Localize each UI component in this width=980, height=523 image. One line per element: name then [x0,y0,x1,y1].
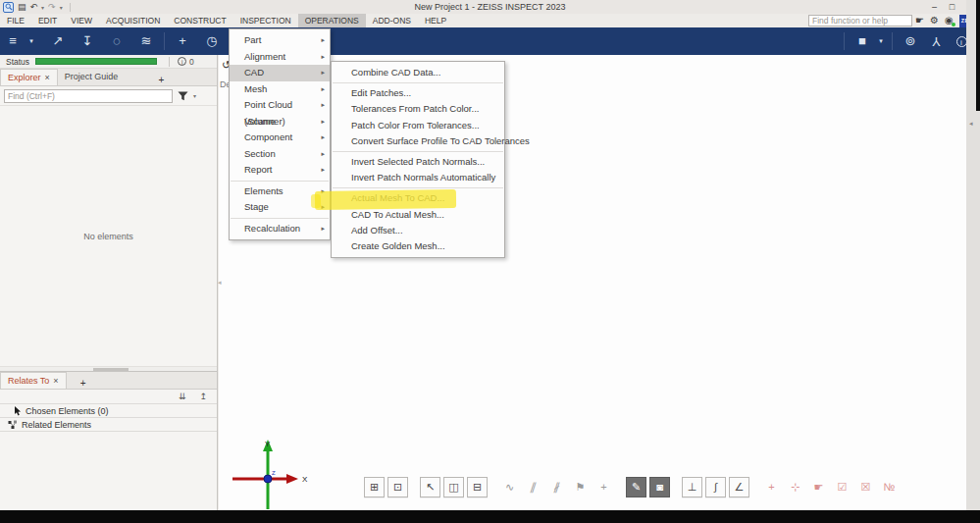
menu-item-tolerances-from-patch-color[interactable]: Tolerances From Patch Color... [332,101,504,117]
panel-collapse-arrow-icon[interactable]: ◂ [218,279,222,287]
redo-caret-icon[interactable]: ▾ [60,4,63,11]
menu-item-cad[interactable]: CAD▸ [230,65,330,81]
workspace-caret-icon[interactable]: ▾ [26,28,37,54]
menu-item-add-offset[interactable]: Add Offset... [332,223,504,238]
list-item-related-elements[interactable]: Related Elements [0,418,217,432]
cancel-box-icon[interactable]: ☒ [855,477,876,497]
selection-mode-icon[interactable]: ◌ [104,28,129,54]
clearance-icon[interactable]: ∿ [499,477,520,497]
menu-help[interactable]: HELP [418,14,453,27]
menu-item-combine-cad-data[interactable]: Combine CAD Data... [332,65,504,80]
add-cross-icon[interactable]: ⊹ [785,477,805,497]
menu-item-volume[interactable]: Volume▸ [230,114,330,131]
camera-icon[interactable]: ◙ [649,477,670,497]
app-logo-magnifier-icon [3,2,14,13]
render-style-caret-icon[interactable]: ▾ [875,28,887,54]
flag-icon[interactable]: ⚑ [570,477,591,497]
webcam-icon[interactable]: ⊚ [898,28,923,54]
menu-item-report[interactable]: Report▸ [230,162,330,179]
menu-item-label: Part [244,34,261,45]
restore-button[interactable]: □ [944,1,960,13]
menu-item-mesh[interactable]: Mesh▸ [230,81,330,98]
pencil-icon[interactable]: ✎ [626,477,646,497]
menu-item-elements[interactable]: Elements▸ [230,183,330,200]
fit-view-icon[interactable]: ⊡ [387,477,408,497]
menu-inspection[interactable]: INSPECTION [233,14,298,27]
panel-expand-arrow-icon[interactable]: ◂ [969,120,973,128]
menu-edit[interactable]: EDIT [31,14,64,27]
tab-project-guide[interactable]: Project Guide [58,69,126,85]
align-view-icon[interactable]: ↧ [75,28,100,54]
hatch-icon[interactable]: ∥ [523,477,543,497]
menu-file[interactable]: FILE [0,14,31,27]
menu-item-invert-selected-patch-normals[interactable]: Invert Selected Patch Normals... [332,154,504,170]
add-tab-button[interactable]: + [71,378,96,389]
layers-icon[interactable]: ≋ [133,28,159,54]
submenu-arrow-icon: ▸ [321,65,325,81]
menu-item-create-golden-mesh[interactable]: Create Golden Mesh... [332,238,504,254]
menu-construct[interactable]: CONSTRUCT [167,14,232,27]
tab-explorer[interactable]: Explorer × [0,69,58,85]
menu-item-edit-patches[interactable]: Edit Patches... [332,85,504,101]
workspace-menu-icon[interactable]: ≡ [0,28,26,54]
enumerate-icon[interactable]: № [879,477,900,497]
add-point-icon[interactable]: + [761,477,782,497]
minimize-button[interactable]: – [926,1,943,13]
tab-relates-to[interactable]: Relates To × [0,372,67,389]
expand-all-icon[interactable]: ↥ [199,392,207,401]
tab-close-icon[interactable]: × [45,70,50,86]
menu-acquisition[interactable]: ACQUISITION [99,14,167,27]
filter-caret-icon[interactable]: ▾ [193,92,196,99]
split-view-icon[interactable]: ◫ [443,477,464,497]
undo-caret-icon[interactable]: ▾ [41,4,44,11]
stage-clock-icon[interactable]: ◷ [199,28,225,54]
navigation-arrow-icon[interactable]: ↗ [45,28,71,54]
account-icon[interactable]: ◉ [945,15,954,26]
move-plus-icon[interactable]: + [593,477,614,497]
menu-operations[interactable]: OPERATIONS [298,14,366,27]
touch-icon[interactable]: ☛ [808,477,829,497]
angle-icon[interactable]: ∠ [729,477,749,497]
status-info-icon[interactable]: i [178,57,186,66]
scrollbar-thumb[interactable] [93,368,129,371]
menu-item-alignment[interactable]: Alignment▸ [230,49,330,66]
normal-point-icon[interactable]: ⊥ [682,477,702,497]
menu-item-actual-mesh-to-cad[interactable]: Actual Mesh To CAD... [332,190,504,206]
undo-icon[interactable]: ↶ [30,2,38,12]
menu-item-recalculation[interactable]: Recalculation▸ [230,221,330,237]
explorer-search-input[interactable] [4,89,173,103]
menu-add-ons[interactable]: ADD-ONS [366,14,418,27]
feedback-hand-icon[interactable]: ☛ [915,15,924,26]
menu-item-invert-patch-normals-automatically[interactable]: Invert Patch Normals Automatically [332,170,504,185]
crosshair-icon[interactable]: + [170,28,195,54]
hatch-edit-icon[interactable]: ∦ [546,477,567,497]
menu-item-patch-color-from-tolerances[interactable]: Patch Color From Tolerances... [332,118,504,133]
spline-icon[interactable]: ∫ [705,477,726,497]
menu-item-convert-surface-profile[interactable]: Convert Surface Profile To CAD Tolerance… [332,133,504,149]
submenu-arrow-icon: ▸ [321,162,325,179]
status-label: Status [0,57,35,67]
check-box-icon[interactable]: ☑ [832,477,852,497]
grid-icon[interactable]: ⊞ [364,477,385,497]
clipping-box-icon[interactable]: ⊟ [467,477,488,497]
save-icon[interactable]: ▤ [18,2,26,12]
select-arrow-icon[interactable]: ↖ [420,477,440,497]
filter-icon[interactable] [178,91,188,101]
add-tab-button[interactable]: + [148,75,174,85]
list-item-chosen-elements[interactable]: Chosen Elements (0) [0,404,217,418]
render-style-icon[interactable]: ■ [850,28,875,54]
tripod-icon[interactable]: Y [923,28,949,54]
horizontal-scrollbar[interactable] [0,366,217,371]
menu-item-stage[interactable]: Stage▸ [230,199,330,216]
collapse-all-icon[interactable]: ⇊ [179,392,186,401]
add-ons-puzzle-icon[interactable]: ⚙ [930,15,939,26]
menu-item-section[interactable]: Section▸ [230,146,330,163]
find-function-input[interactable] [808,15,912,26]
menu-view[interactable]: VIEW [64,14,99,27]
menu-item-part[interactable]: Part▸ [230,32,330,49]
menu-item-point-cloud[interactable]: Point Cloud (Scanner)▸ [230,97,330,114]
tab-close-icon[interactable]: × [53,373,58,390]
menu-item-cad-to-actual-mesh[interactable]: CAD To Actual Mesh... [332,207,504,223]
menu-item-component[interactable]: Component▸ [230,130,330,146]
redo-icon[interactable]: ↷ [48,2,56,12]
